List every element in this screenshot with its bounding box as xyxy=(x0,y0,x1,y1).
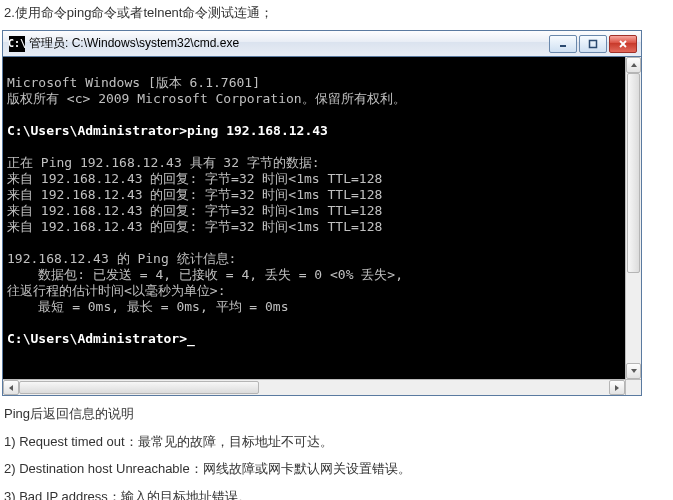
svg-marker-6 xyxy=(9,385,13,391)
scrollbar-corner xyxy=(625,379,641,395)
maximize-button[interactable] xyxy=(579,35,607,53)
scrollbar-vertical[interactable] xyxy=(625,57,641,379)
notes-item: 2) Destination host Unreachable：网线故障或网卡默… xyxy=(4,459,669,479)
svg-rect-1 xyxy=(590,40,597,47)
term-line: 数据包: 已发送 = 4, 已接收 = 4, 丢失 = 0 <0% 丢失>, xyxy=(7,267,403,282)
scrollbar-horizontal[interactable] xyxy=(3,379,625,395)
term-line: 来自 192.168.12.43 的回复: 字节=32 时间<1ms TTL=1… xyxy=(7,219,382,234)
svg-marker-7 xyxy=(615,385,619,391)
scroll-down-button[interactable] xyxy=(626,363,641,379)
term-line: 版权所有 <c> 2009 Microsoft Corporation。保留所有… xyxy=(7,91,406,106)
notes-item: 3) Bad IP address：输入的目标地址错误。 xyxy=(4,487,669,501)
term-line: C:\Users\Administrator>ping 192.168.12.4… xyxy=(7,123,328,138)
term-line: 192.168.12.43 的 Ping 统计信息: xyxy=(7,251,236,266)
minimize-button[interactable] xyxy=(549,35,577,53)
term-line: 往返行程的估计时间<以毫秒为单位>: xyxy=(7,283,225,298)
scroll-left-button[interactable] xyxy=(3,380,19,395)
term-line: 来自 192.168.12.43 的回复: 字节=32 时间<1ms TTL=1… xyxy=(7,187,382,202)
notes-item: 1) Request timed out：最常见的故障，目标地址不可达。 xyxy=(4,432,669,452)
notes-heading: Ping后返回信息的说明 xyxy=(4,404,669,424)
term-line: 正在 Ping 192.168.12.43 具有 32 字节的数据: xyxy=(7,155,320,170)
scroll-right-button[interactable] xyxy=(609,380,625,395)
close-button[interactable] xyxy=(609,35,637,53)
term-line: Microsoft Windows [版本 6.1.7601] xyxy=(7,75,260,90)
svg-marker-5 xyxy=(631,369,637,373)
svg-marker-4 xyxy=(631,63,637,67)
scroll-h-thumb[interactable] xyxy=(19,381,259,394)
titlebar[interactable]: C:\ 管理员: C:\Windows\system32\cmd.exe xyxy=(3,31,641,57)
scroll-v-track[interactable] xyxy=(626,73,641,363)
scroll-v-thumb[interactable] xyxy=(627,73,640,273)
window-buttons xyxy=(549,35,637,53)
cmd-icon: C:\ xyxy=(9,36,25,52)
term-line: 来自 192.168.12.43 的回复: 字节=32 时间<1ms TTL=1… xyxy=(7,171,382,186)
doc-heading: 2.使用命令ping命令或者telnent命令测试连通； xyxy=(0,0,673,30)
term-prompt-line: C:\Users\Administrator>_ xyxy=(7,331,195,346)
terminal[interactable]: Microsoft Windows [版本 6.1.7601] 版权所有 <c>… xyxy=(3,57,641,379)
scroll-up-button[interactable] xyxy=(626,57,641,73)
cmd-window: C:\ 管理员: C:\Windows\system32\cmd.exe Mic… xyxy=(2,30,642,396)
term-line: 最短 = 0ms, 最长 = 0ms, 平均 = 0ms xyxy=(7,299,289,314)
window-title: 管理员: C:\Windows\system32\cmd.exe xyxy=(29,35,549,52)
term-line: 来自 192.168.12.43 的回复: 字节=32 时间<1ms TTL=1… xyxy=(7,203,382,218)
terminal-wrapper: Microsoft Windows [版本 6.1.7601] 版权所有 <c>… xyxy=(3,57,641,395)
scroll-h-track[interactable] xyxy=(19,380,609,395)
notes-section: Ping后返回信息的说明 1) Request timed out：最常见的故障… xyxy=(0,404,673,500)
